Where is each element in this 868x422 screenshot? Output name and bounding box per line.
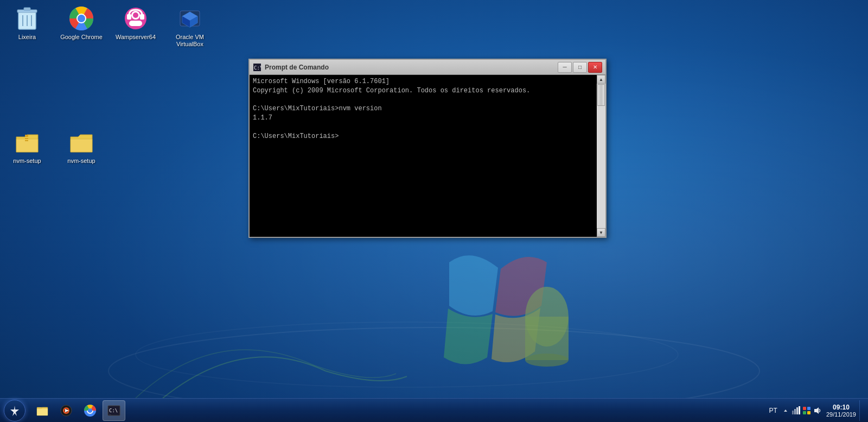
desktop-icon-virtualbox[interactable]: Oracle VMVirtualBox bbox=[168, 5, 212, 48]
taskbar-tray bbox=[782, 406, 822, 415]
taskbar-file-explorer[interactable] bbox=[31, 400, 54, 421]
svg-rect-52 bbox=[807, 407, 810, 410]
svg-rect-28 bbox=[25, 138, 28, 139]
cmd-title-text: Prompt de Comando bbox=[265, 64, 558, 71]
cmd-line-1: Microsoft Windows [versão 6.1.7601] bbox=[253, 77, 593, 86]
cmd-minimize-button[interactable]: ─ bbox=[558, 62, 572, 73]
tray-arrow-icon[interactable] bbox=[782, 407, 789, 414]
taskbar-media-player[interactable] bbox=[55, 400, 78, 421]
svg-rect-47 bbox=[792, 411, 794, 414]
taskbar-chrome[interactable] bbox=[79, 400, 101, 421]
taskbar-clock[interactable]: 09:10 29/11/2019 bbox=[826, 404, 856, 418]
desktop-icon-nvm-setup-2[interactable]: nvm-setup bbox=[60, 129, 103, 165]
scrollbar-up-arrow[interactable]: ▲ bbox=[597, 75, 605, 84]
wamp-icon bbox=[123, 5, 149, 32]
cmd-scrollbar[interactable]: ▲ ▼ bbox=[597, 75, 605, 237]
clock-time: 09:10 bbox=[826, 404, 856, 411]
cmd-line-3 bbox=[253, 96, 593, 105]
taskbar-pinned: C:\ _ bbox=[29, 399, 127, 423]
desktop-icon-recycle-bin[interactable]: Lixeira bbox=[5, 5, 49, 48]
taskbar: C:\ _ PT bbox=[0, 398, 868, 422]
svg-rect-26 bbox=[25, 135, 28, 137]
svg-point-14 bbox=[78, 15, 85, 22]
virtualbox-icon bbox=[177, 5, 203, 32]
svg-rect-30 bbox=[25, 140, 28, 141]
clock-date: 29/11/2019 bbox=[826, 411, 856, 418]
nvm-setup-1-label: nvm-setup bbox=[13, 158, 41, 165]
cmd-line-7: C:\Users\MixTutoriais> bbox=[253, 132, 593, 141]
tray-winupdate-icon[interactable] bbox=[802, 406, 811, 415]
scrollbar-down-arrow[interactable]: ▼ bbox=[597, 228, 605, 237]
recycle-bin-icon bbox=[14, 5, 40, 32]
svg-marker-46 bbox=[784, 410, 787, 412]
cmd-body: Microsoft Windows [versão 6.1.7601] Copy… bbox=[250, 75, 605, 237]
wamp-label: Wampserver64 bbox=[116, 34, 156, 41]
cmd-line-6 bbox=[253, 123, 593, 132]
scrollbar-thumb[interactable] bbox=[597, 84, 605, 106]
cmd-titlebar[interactable]: C:\ Prompt de Comando ─ □ ✕ bbox=[250, 60, 605, 75]
svg-rect-35 bbox=[37, 409, 48, 415]
tray-network-icon[interactable] bbox=[792, 406, 800, 415]
svg-point-1 bbox=[136, 322, 678, 387]
svg-marker-55 bbox=[814, 407, 819, 414]
svg-marker-33 bbox=[10, 406, 19, 416]
svg-rect-7 bbox=[24, 8, 30, 10]
desktop-icon-wamp[interactable]: Wampserver64 bbox=[114, 5, 157, 48]
svg-rect-48 bbox=[794, 409, 796, 414]
svg-rect-54 bbox=[807, 411, 810, 414]
svg-rect-50 bbox=[799, 406, 800, 414]
svg-rect-51 bbox=[803, 407, 806, 410]
cmd-titlebar-icon: C:\ bbox=[253, 63, 261, 72]
svg-rect-49 bbox=[796, 407, 798, 414]
cmd-window[interactable]: C:\ Prompt de Comando ─ □ ✕ Microsoft Wi… bbox=[248, 59, 607, 238]
svg-point-18 bbox=[133, 12, 138, 18]
chrome-icon bbox=[68, 5, 94, 32]
svg-rect-29 bbox=[25, 139, 28, 140]
cmd-line-4: C:\Users\MixTutoriais>nvm version bbox=[253, 104, 593, 114]
start-orb[interactable] bbox=[4, 400, 25, 421]
desktop-icons-area: Lixeira bbox=[5, 5, 212, 165]
cmd-line-5: 1.1.7 bbox=[253, 114, 593, 123]
chrome-label: Google Chrome bbox=[60, 34, 103, 41]
nvm-setup-folder-icon bbox=[68, 129, 94, 155]
desktop-icon-chrome[interactable]: Google Chrome bbox=[60, 5, 103, 48]
start-button[interactable] bbox=[0, 399, 29, 423]
svg-rect-20 bbox=[140, 14, 144, 20]
cmd-line-2: Copyright (c) 2009 Microsoft Corporation… bbox=[253, 86, 593, 96]
desktop-icon-nvm-setup-1[interactable]: nvm-setup bbox=[5, 129, 49, 165]
desktop: Lixeira bbox=[0, 0, 868, 422]
virtualbox-label: Oracle VMVirtualBox bbox=[176, 34, 204, 48]
taskbar-cmd-active[interactable]: C:\ _ bbox=[103, 400, 125, 421]
svg-rect-27 bbox=[25, 137, 28, 138]
win7-logo bbox=[417, 251, 590, 395]
tray-speaker-icon[interactable] bbox=[813, 406, 822, 415]
scrollbar-track[interactable] bbox=[597, 84, 605, 228]
svg-text:_: _ bbox=[109, 411, 111, 415]
recycle-bin-label: Lixeira bbox=[18, 34, 36, 41]
svg-rect-19 bbox=[127, 14, 131, 20]
nvm-setup-zip-icon bbox=[14, 129, 40, 155]
svg-text:C:\: C:\ bbox=[254, 65, 261, 71]
show-desktop-button[interactable] bbox=[859, 400, 864, 421]
svg-point-4 bbox=[525, 354, 569, 367]
taskbar-language: PT bbox=[769, 407, 777, 414]
nvm-setup-2-label: nvm-setup bbox=[67, 158, 95, 165]
cmd-close-button[interactable]: ✕ bbox=[588, 62, 602, 73]
cmd-window-controls: ─ □ ✕ bbox=[558, 62, 602, 73]
svg-point-42 bbox=[88, 408, 92, 413]
taskbar-right: PT bbox=[769, 399, 868, 422]
cmd-maximize-button[interactable]: □ bbox=[573, 62, 587, 73]
cmd-output[interactable]: Microsoft Windows [versão 6.1.7601] Copy… bbox=[250, 75, 597, 237]
svg-rect-17 bbox=[129, 21, 142, 26]
svg-rect-53 bbox=[803, 411, 806, 414]
